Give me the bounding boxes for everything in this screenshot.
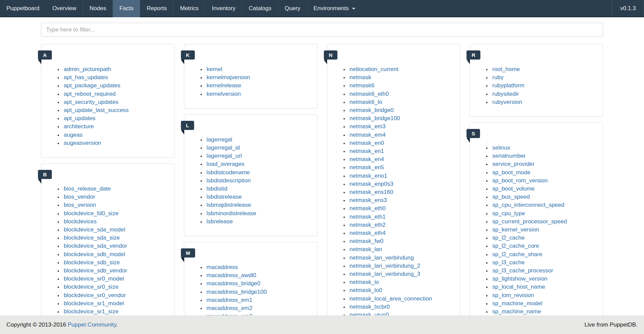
fact-link[interactable]: sp_l2_cache <box>492 235 524 241</box>
fact-link[interactable]: netmask_en4 <box>350 156 384 162</box>
fact-link[interactable]: netmask_eth1 <box>350 214 386 220</box>
fact-link[interactable]: netmask_ens3 <box>350 197 387 203</box>
fact-link[interactable]: sp_lom_revision <box>492 292 534 298</box>
fact-link[interactable]: root_home <box>492 66 520 72</box>
fact-link[interactable]: lsbdistid <box>207 185 227 192</box>
fact-link[interactable]: ruby <box>492 74 503 81</box>
filter-input[interactable] <box>41 23 603 37</box>
fact-link[interactable]: lsbdistrelease <box>207 194 242 200</box>
fact-link[interactable]: netmask_lan_verbindung_3 <box>350 271 420 277</box>
fact-link[interactable]: blockdevice_sr1_model <box>64 300 124 307</box>
fact-link[interactable]: netmask_eth0 <box>350 205 386 211</box>
fact-link[interactable]: netmask_lan_verbindung_2 <box>350 263 420 269</box>
puppet-community-link[interactable]: Puppet Community <box>68 321 116 328</box>
fact-link[interactable]: sp_boot_volume <box>492 185 535 192</box>
nav-item-environments[interactable]: Environments <box>307 0 362 17</box>
fact-link[interactable]: lsbmajdistrelease <box>207 202 251 208</box>
nav-item-query[interactable]: Query <box>278 0 307 17</box>
fact-link[interactable]: netmask_en5 <box>350 164 384 171</box>
fact-link[interactable]: kernelmajversion <box>207 74 250 81</box>
fact-link[interactable]: apt_update_last_success <box>64 107 129 113</box>
fact-link[interactable]: macaddress_em1 <box>207 297 252 303</box>
fact-link[interactable]: blockdevice_sdb_vendor <box>64 267 127 274</box>
fact-link[interactable]: blockdevice_sda_vendor <box>64 243 127 249</box>
fact-link[interactable]: blockdevices <box>64 218 97 225</box>
fact-link[interactable]: netmask_lo <box>350 279 379 285</box>
fact-link[interactable]: sp_l2_cache_share <box>492 251 542 258</box>
fact-link[interactable]: lsbminordistrelease <box>207 210 256 217</box>
nav-item-overview[interactable]: Overview <box>46 0 83 17</box>
fact-link[interactable]: rubyplatform <box>492 82 524 89</box>
fact-link[interactable]: bios_version <box>64 202 96 208</box>
fact-link[interactable]: sp_machine_model <box>492 300 542 307</box>
fact-link[interactable]: sp_local_host_name <box>492 284 545 290</box>
fact-link[interactable]: blockdevice_sr1_size <box>64 308 119 315</box>
fact-link[interactable]: netlocation_current <box>350 66 399 72</box>
fact-link[interactable]: load_averages <box>207 161 245 167</box>
fact-link[interactable]: augeasversion <box>64 140 101 146</box>
nav-brand-puppetboard[interactable]: Puppetboard <box>0 0 46 17</box>
fact-link[interactable]: sp_machine_name <box>492 308 541 315</box>
fact-link[interactable]: rubysitedir <box>492 91 519 97</box>
fact-link[interactable]: macaddress_bridge100 <box>207 289 267 295</box>
fact-link[interactable]: netmask_em4 <box>350 132 386 138</box>
fact-link[interactable]: netmask_fw0 <box>350 238 383 244</box>
fact-link[interactable]: lagerregal <box>207 136 232 143</box>
fact-link[interactable]: sp_boot_rom_version <box>492 177 547 184</box>
fact-link[interactable]: kernelrelease <box>207 82 241 89</box>
fact-link[interactable]: sp_boot_mode <box>492 169 530 176</box>
fact-link[interactable]: netmask_eno1 <box>350 173 388 179</box>
fact-link[interactable]: bios_vendor <box>64 194 95 200</box>
fact-link[interactable]: serialnumber <box>492 153 525 159</box>
fact-link[interactable]: sp_cpu_interconnect_speed <box>492 202 564 208</box>
nav-item-nodes[interactable]: Nodes <box>83 0 112 17</box>
fact-link[interactable]: netmask_eth2 <box>350 222 386 228</box>
fact-link[interactable]: macaddress_bridge0 <box>207 280 261 287</box>
fact-link[interactable]: apt_reboot_required <box>64 91 116 97</box>
fact-link[interactable]: sp_l2_cache_core <box>492 243 539 249</box>
fact-link[interactable]: macaddress <box>207 264 238 270</box>
fact-link[interactable]: netmask_bridge0 <box>350 107 394 113</box>
fact-link[interactable]: apt_package_updates <box>64 82 120 89</box>
fact-link[interactable]: lsbdistcodename <box>207 169 250 176</box>
fact-link[interactable]: netmask_eth4 <box>350 230 386 236</box>
fact-link[interactable]: sp_kernel_version <box>492 226 539 233</box>
fact-link[interactable]: rubyversion <box>492 99 522 105</box>
nav-item-catalogs[interactable]: Catalogs <box>242 0 278 17</box>
fact-link[interactable]: macaddress_awdl0 <box>207 272 256 279</box>
fact-link[interactable]: sp_lightshow_version <box>492 275 547 282</box>
nav-item-metrics[interactable]: Metrics <box>173 0 205 17</box>
fact-link[interactable]: bios_release_date <box>64 185 111 192</box>
fact-link[interactable]: kernelversion <box>207 91 241 97</box>
fact-link[interactable]: netmask_ens160 <box>350 189 393 195</box>
fact-link[interactable]: macaddress_em2 <box>207 305 252 311</box>
fact-link[interactable]: netmask_lan_verbindung <box>350 254 414 261</box>
fact-link[interactable]: service_provider <box>492 161 535 167</box>
fact-link[interactable]: admin_picturepath <box>64 66 111 72</box>
fact-link[interactable]: lagerregal_url <box>207 153 242 159</box>
fact-link[interactable]: netmask_bridge100 <box>350 115 400 121</box>
fact-link[interactable]: blockdevice_sda_model <box>64 226 125 233</box>
fact-link[interactable]: lsbrelease <box>207 218 233 225</box>
fact-link[interactable]: netmask_en1 <box>350 148 384 154</box>
fact-link[interactable]: blockdevice_sda_size <box>64 235 120 241</box>
fact-link[interactable]: kernel <box>207 66 222 72</box>
fact-link[interactable]: lsbdistdescription <box>207 177 251 184</box>
fact-link[interactable]: sp_l3_cache <box>492 259 524 266</box>
fact-link[interactable]: selinux <box>492 144 510 151</box>
fact-link[interactable]: netmask_en0 <box>350 140 384 146</box>
fact-link[interactable]: apt_security_updates <box>64 99 119 105</box>
fact-link[interactable]: apt_has_updates <box>64 74 108 81</box>
fact-link[interactable]: sp_bus_speed <box>492 194 530 200</box>
fact-link[interactable]: netmask6 <box>350 82 375 89</box>
fact-link[interactable]: blockdevice_fd0_size <box>64 210 119 217</box>
fact-link[interactable]: netmask_enp0s3 <box>350 181 393 187</box>
fact-link[interactable]: apt_updates <box>64 115 96 121</box>
fact-link[interactable]: augeas <box>64 132 83 138</box>
fact-link[interactable]: blockdevice_sr0_size <box>64 284 119 290</box>
fact-link[interactable]: netmask_lan <box>350 246 382 252</box>
fact-link[interactable]: netmask <box>350 74 371 81</box>
nav-item-inventory[interactable]: Inventory <box>205 0 242 17</box>
nav-item-reports[interactable]: Reports <box>140 0 173 17</box>
nav-item-facts[interactable]: Facts <box>113 0 140 17</box>
